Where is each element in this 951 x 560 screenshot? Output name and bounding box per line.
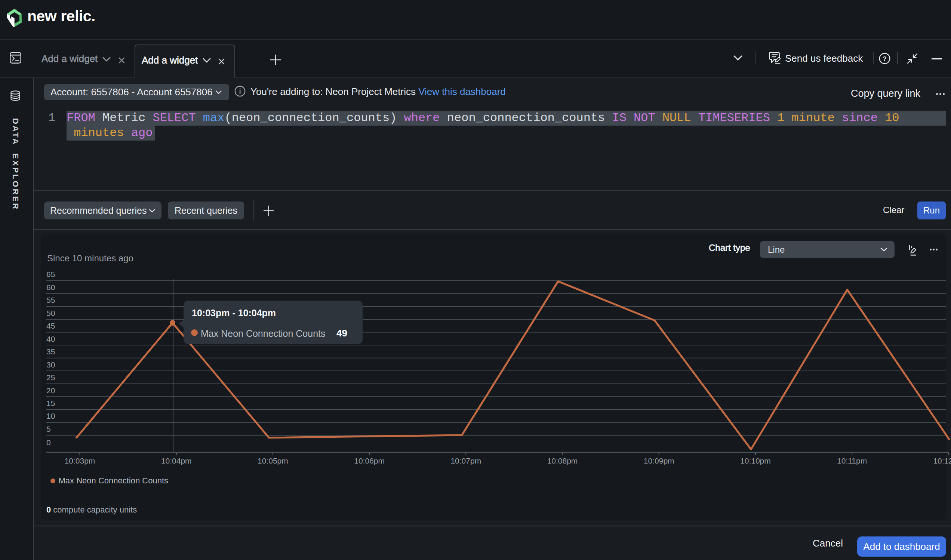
svg-text:?: ?: [883, 55, 886, 62]
svg-text:0: 0: [46, 438, 51, 447]
svg-text:10:08pm: 10:08pm: [547, 457, 578, 465]
svg-text:30: 30: [46, 360, 55, 369]
svg-text:15: 15: [46, 399, 55, 408]
svg-text:55: 55: [46, 296, 55, 304]
svg-text:10:11pm: 10:11pm: [837, 457, 867, 465]
svg-text:10:12pm: 10:12pm: [933, 457, 951, 465]
svg-text:60: 60: [46, 283, 55, 292]
svg-text:10:09pm: 10:09pm: [644, 457, 674, 465]
svg-text:10: 10: [46, 412, 55, 420]
svg-text:35: 35: [46, 347, 55, 356]
svg-text:10:06pm: 10:06pm: [354, 457, 385, 465]
svg-text:10:03pm: 10:03pm: [65, 457, 95, 465]
svg-text:10:10pm: 10:10pm: [740, 457, 771, 465]
svg-text:65: 65: [46, 270, 55, 278]
svg-text:20: 20: [46, 386, 55, 395]
svg-text:10:05pm: 10:05pm: [257, 457, 288, 465]
svg-text:50: 50: [46, 309, 55, 317]
svg-text:5: 5: [46, 425, 51, 433]
svg-text:40: 40: [46, 335, 55, 343]
svg-text:10:04pm: 10:04pm: [161, 457, 192, 465]
svg-text:25: 25: [46, 373, 55, 382]
svg-text:10:07pm: 10:07pm: [451, 457, 481, 465]
svg-text:45: 45: [46, 322, 55, 330]
